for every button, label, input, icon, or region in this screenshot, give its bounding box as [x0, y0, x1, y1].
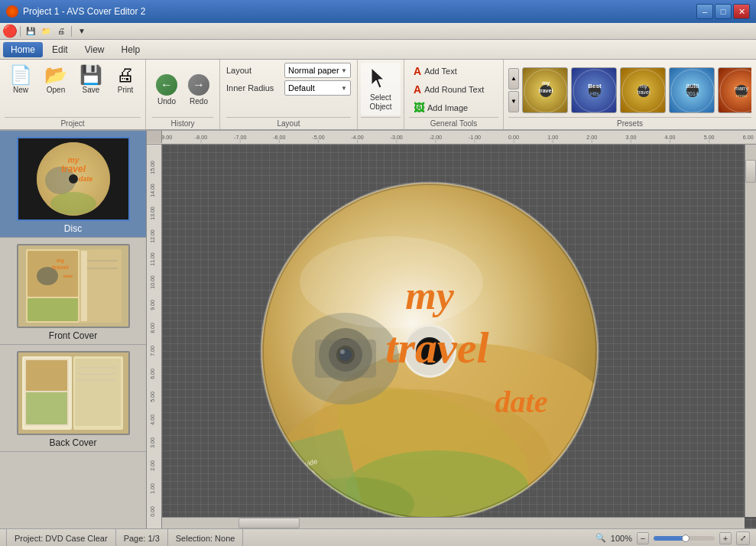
panel-item-front-cover[interactable]: my travel date Front Cover — [0, 238, 146, 345]
add-text-icon: A — [414, 65, 421, 77]
svg-text:xmas: xmas — [736, 93, 747, 98]
front-cover-thumbnail: my travel date — [17, 244, 130, 328]
disc-thumbnail: my travel date — [17, 137, 130, 221]
add-text-button[interactable]: A Add Text — [409, 63, 498, 80]
qa-logo-button[interactable]: 🔴 — [3, 24, 17, 38]
quick-access-toolbar: 🔴 💾 📁 🖨 ▼ — [0, 23, 756, 40]
svg-point-115 — [340, 349, 345, 354]
left-panel: my travel date Disc — [0, 131, 147, 528]
window-title: Project 1 - AVS Cover Editor 2 — [23, 6, 146, 17]
qa-save-button[interactable]: 💾 — [24, 24, 37, 38]
disc-container[interactable]: el Guide Australia — [200, 160, 659, 528]
svg-rect-37 — [28, 298, 78, 321]
svg-point-28 — [50, 192, 96, 215]
svg-text:14.00: 14.00 — [150, 184, 155, 197]
svg-point-119 — [300, 236, 483, 328]
add-image-button[interactable]: 🖼 Add Image — [409, 99, 498, 116]
canvas-area: -9.00 -8.00 -7.00 -6.00 -5.00 -4.00 -3.0… — [147, 131, 756, 528]
menu-home[interactable]: Home — [3, 42, 43, 57]
zoom-slider-thumb[interactable] — [682, 535, 689, 542]
inner-radius-select[interactable]: Default ▼ — [284, 80, 351, 96]
preset-item-5[interactable]: marry xmas — [718, 67, 751, 113]
svg-text:-4.00: -4.00 — [351, 135, 363, 140]
ribbon-presets-group: ▲ ▼ my travel Best Hits — [504, 60, 756, 129]
preset-item-2[interactable]: Best Hits — [571, 67, 617, 113]
ruler-left-marks: 15.00 14.00 13.00 12.00 11.00 10.00 9.00… — [147, 145, 162, 527]
svg-text:1.00: 1.00 — [150, 483, 155, 494]
svg-text:-1.00: -1.00 — [469, 135, 481, 140]
disc-label: Disc — [64, 223, 82, 234]
add-text-label: Add Text — [424, 67, 457, 76]
minimize-button[interactable]: – — [696, 4, 713, 19]
presets-scroll-up-button[interactable]: ▲ ▼ — [508, 68, 519, 112]
qa-folder-button[interactable]: 📁 — [39, 24, 53, 38]
menu-edit[interactable]: Edit — [44, 42, 76, 57]
layout-dropdown-arrow: ▼ — [341, 67, 347, 74]
undo-button[interactable]: ← Undo — [152, 71, 181, 109]
open-button[interactable]: 📂 Open — [40, 63, 72, 98]
svg-text:6.00: 6.00 — [150, 369, 155, 379]
select-object-label: SelectObject — [370, 93, 392, 112]
menu-view[interactable]: View — [77, 42, 112, 57]
presets-scroll-down-icon[interactable]: ▼ — [508, 91, 519, 112]
front-cover-label: Front Cover — [49, 330, 97, 341]
print-icon: 🖨 — [116, 66, 135, 84]
panel-item-back-cover[interactable]: Back Cover — [0, 345, 146, 452]
close-button[interactable]: ✕ — [733, 4, 750, 19]
ribbon-layout-group: Layout Normal paper ▼ Inner Radius Defau… — [220, 60, 358, 129]
canvas-scroll[interactable]: el Guide Australia — [162, 145, 756, 528]
ribbon-general-tools-group: A Add Text A Add Round Text 🖼 Add Image … — [404, 60, 504, 129]
menu-bar: Home Edit View Help — [0, 40, 756, 60]
svg-marker-0 — [372, 68, 384, 88]
presets-group-label: Presets — [508, 117, 751, 128]
svg-text:0.00: 0.00 — [150, 506, 155, 517]
qa-dropdown-button[interactable]: ▼ — [75, 24, 89, 38]
maximize-button[interactable]: □ — [715, 4, 732, 19]
horizontal-scrollbar-thumb[interactable] — [238, 518, 300, 528]
preset-item-1[interactable]: my travel — [522, 67, 568, 113]
svg-text:-3.00: -3.00 — [391, 135, 403, 140]
zoom-value: 100% — [611, 534, 632, 543]
svg-text:3.00: 3.00 — [150, 437, 155, 448]
zoom-slider[interactable] — [654, 536, 715, 541]
svg-text:travel: travel — [60, 164, 86, 174]
svg-rect-54 — [26, 392, 67, 424]
horizontal-scrollbar[interactable] — [162, 517, 745, 528]
vertical-scrollbar[interactable] — [745, 145, 756, 517]
redo-button[interactable]: → Redo — [184, 71, 213, 109]
svg-text:my: my — [640, 83, 647, 89]
layout-select[interactable]: Normal paper ▼ — [284, 63, 351, 78]
zoom-expand-button[interactable]: ⤢ — [736, 531, 750, 545]
presets-scroll-up-icon[interactable]: ▲ — [508, 68, 519, 89]
new-button[interactable]: 📄 New — [5, 63, 37, 98]
zoom-minus-button[interactable]: − — [637, 532, 649, 544]
panel-item-disc[interactable]: my travel date Disc — [0, 131, 146, 238]
svg-text:12.00: 12.00 — [150, 229, 155, 243]
svg-text:Hits: Hits — [590, 91, 600, 96]
qa-print-button[interactable]: 🖨 — [54, 24, 68, 38]
svg-point-29 — [69, 174, 78, 184]
add-image-icon: 🖼 — [414, 102, 424, 114]
svg-text:-8.00: -8.00 — [195, 135, 207, 140]
menu-help[interactable]: Help — [114, 42, 148, 57]
svg-text:4.00: 4.00 — [665, 135, 676, 140]
inner-radius-dropdown-arrow: ▼ — [341, 85, 347, 92]
svg-text:travel: travel — [637, 89, 651, 95]
add-round-text-label: Add Round Text — [424, 85, 484, 94]
preset-item-4[interactable]: auto 2014 — [669, 67, 715, 113]
vertical-scrollbar-thumb[interactable] — [745, 160, 756, 183]
print-button[interactable]: 🖨 Print — [110, 63, 141, 98]
save-button[interactable]: 💾 Save — [75, 63, 107, 98]
preset-item-3[interactable]: my travel — [620, 67, 666, 113]
add-round-text-button[interactable]: A Add Round Text — [409, 81, 498, 98]
select-object-button[interactable]: SelectObject — [361, 63, 401, 115]
svg-text:5.00: 5.00 — [704, 135, 715, 140]
layout-label: Layout — [226, 66, 280, 75]
svg-text:13.00: 13.00 — [150, 206, 155, 220]
svg-text:-2.00: -2.00 — [430, 135, 442, 140]
zoom-plus-button[interactable]: + — [719, 532, 732, 544]
qa-separator-2 — [71, 26, 72, 37]
svg-text:travel: travel — [385, 323, 489, 372]
redo-icon: → — [188, 74, 209, 96]
svg-text:date: date — [495, 385, 548, 419]
